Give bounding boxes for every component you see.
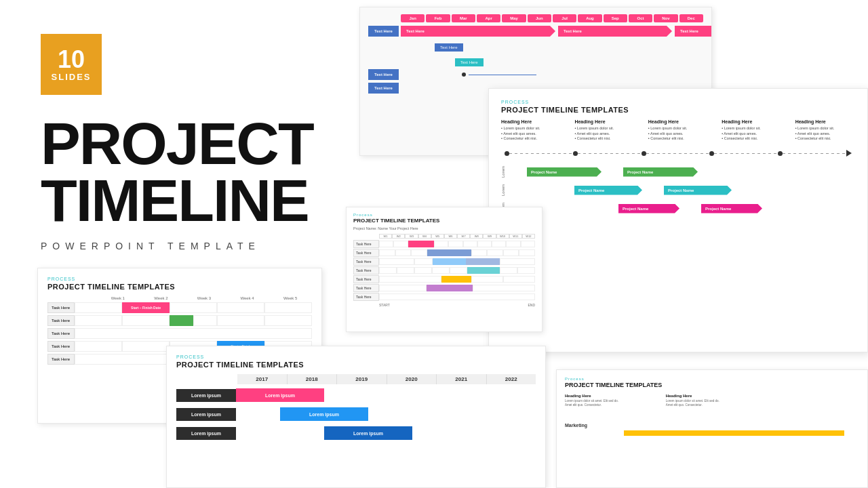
s3-task-row-2: Task Here: [47, 315, 312, 326]
s3-cell-empty-7: [193, 315, 217, 326]
slide-preview-6[interactable]: Process PROJECT TIMELINE TEMPLATES Headi…: [556, 369, 868, 488]
bar-pink-1: Text Here: [401, 26, 550, 37]
s3-cell-empty-8: [217, 315, 264, 326]
s4-data-row-1: Lorem ipsum Lorem ipsum: [176, 388, 536, 402]
s5-end-label: END: [528, 303, 535, 307]
s5-title: PROJECT TIMELINE TEMPLATES: [353, 218, 535, 224]
s5-col-header: W1 W2 W3 W4 W5 W6 W7 W8 W9 W10 W11 W12: [379, 234, 535, 239]
s5-empty: [517, 267, 535, 274]
row3-label: [368, 57, 399, 64]
s5-empty: [473, 285, 535, 291]
month-header-row: Jan Feb Mar Apr May Jun Jul Aug Sep Oct …: [401, 14, 703, 22]
s2-dot-1: [505, 151, 509, 156]
s2-heading-col-1: Heading Here • Lorem ipsum dolor sit.• A…: [501, 119, 561, 142]
s2-lorem-2: Lorem: [501, 184, 509, 196]
s5-task-2: Task Here: [353, 249, 379, 257]
row1-label: Text Here: [368, 26, 399, 37]
s3-cell-empty-12: [122, 341, 170, 352]
month-sep: Sep: [604, 14, 627, 22]
s6-heading-col-2: Heading Here Lorem ipsum dolor sit amet.…: [666, 394, 759, 418]
s2-heading-4: Heading Here: [722, 119, 781, 124]
s2-proj-bar-green-1: Project Name: [527, 167, 601, 177]
slide-count-badge: 10 SLIDES: [41, 34, 102, 95]
s2-proj-bar-green-2: Project Name: [623, 167, 698, 177]
s5-empty: [414, 267, 432, 274]
s5-empty: [397, 267, 414, 274]
s5-empty: [379, 258, 414, 265]
s3-week-5: Week 5: [269, 296, 312, 300]
s6-h-text-2: Lorem ipsum dolor sit amet. Elit sed do.…: [666, 399, 759, 408]
s3-cell-empty-9: [264, 315, 312, 326]
s6-h-text-1: Lorem ipsum dolor sit amet. Elit sed do.…: [565, 399, 658, 408]
s3-cell-empty-10: [75, 328, 312, 339]
s2-timeline-section: [501, 150, 855, 157]
s2-heading-3: Heading Here: [648, 119, 708, 124]
s2-process-label: Process: [501, 100, 855, 104]
s2-heading-1: Heading Here: [501, 119, 561, 124]
s5-cells-4: [379, 267, 535, 274]
s5-col-week10: W10: [496, 234, 509, 239]
s3-task-cells-2: [75, 315, 312, 326]
s6-marketing-label: Marketing: [565, 423, 859, 428]
s2-line-segment-4: [714, 153, 778, 154]
s3-cell-empty-5: [75, 315, 122, 326]
month-oct: Oct: [629, 14, 652, 22]
slide-preview-2[interactable]: Process PROJECT TIMELINE TEMPLATES Headi…: [488, 88, 868, 352]
s5-col-week9: W9: [483, 234, 496, 239]
s6-heading-row: Heading Here Lorem ipsum dolor sit amet.…: [565, 394, 859, 418]
s5-col-week2: W2: [392, 234, 405, 239]
month-jul: Jul: [553, 14, 576, 22]
s5-task-row-3: Task Here: [353, 258, 535, 266]
s5-col-week1: W1: [379, 234, 392, 239]
s4-year-2019: 2019: [337, 374, 387, 384]
s2-spacer2: [646, 186, 660, 195]
s4-year-2017: 2017: [237, 374, 288, 384]
s6-h-title-2: Heading Here: [666, 394, 759, 398]
s5-empty: [477, 241, 492, 247]
s2-dot-5: [778, 151, 783, 156]
s5-empty: [448, 241, 462, 247]
s3-cell-empty-3: [217, 302, 264, 313]
s5-empty: [506, 241, 520, 247]
s5-cells-5: [379, 276, 535, 283]
s2-proj-bar-teal-2: Project Name: [664, 186, 732, 195]
s5-cell-pink: [408, 241, 435, 247]
month-mar: Mar: [452, 14, 475, 22]
s5-empty: [471, 249, 488, 256]
s5-empty: [379, 285, 427, 291]
s5-empty: [379, 276, 441, 283]
s2-proj-bars-1: Project Name Project Name: [527, 167, 698, 177]
month-jan: Jan: [401, 14, 425, 22]
s5-empty: [432, 267, 450, 274]
s4-year-header: 2017 2018 2019 2020 2021 2022: [237, 374, 536, 384]
s5-col-week11: W11: [509, 234, 522, 239]
s5-task-7: Task Here: [353, 293, 379, 301]
s5-empty: [500, 267, 517, 274]
s6-heading-col-1: Heading Here Lorem ipsum dolor sit amet.…: [565, 394, 658, 418]
month-jun: Jun: [528, 14, 551, 22]
bar-pink-3: Text Here: [675, 26, 712, 37]
row5-label: Text Here: [368, 83, 399, 94]
s6-heading-col-3: [766, 394, 859, 418]
s5-task-row-1: Task Here: [353, 240, 535, 248]
s4-label-1: Lorem ipsum: [176, 389, 236, 402]
s5-task-row-6: Task Here: [353, 284, 535, 292]
s3-bar-green: [170, 315, 193, 326]
s4-year-2021: 2021: [437, 374, 487, 384]
s4-label-2: Lorem ipsum: [176, 408, 236, 421]
s3-task-cells-1: Start – Finish Date: [75, 302, 312, 313]
slide-preview-5[interactable]: Process PROJECT TIMELINE TEMPLATES Proje…: [346, 207, 542, 332]
s5-task-4: Task Here: [353, 266, 379, 274]
s3-week-1: Week 1: [96, 296, 140, 300]
s2-heading-5: Heading Here: [795, 119, 855, 124]
slide-preview-4[interactable]: Process PROJECT TIMELINE TEMPLATES 2017 …: [166, 346, 546, 488]
s3-cell-empty-11: [75, 341, 122, 352]
s3-cell-empty-6: [122, 315, 170, 326]
s5-cell-blue: [427, 249, 471, 256]
s2-proj-row-2: Lorem Project Name Project Name: [501, 184, 855, 196]
s2-proj-bars-3: Project Name Project Name: [618, 204, 762, 214]
s5-cell-blue2: [466, 258, 500, 265]
s5-task-1: Task Here: [353, 240, 379, 248]
bar-pink-2: Text Here: [558, 26, 667, 37]
s5-cells-1: [379, 241, 535, 247]
